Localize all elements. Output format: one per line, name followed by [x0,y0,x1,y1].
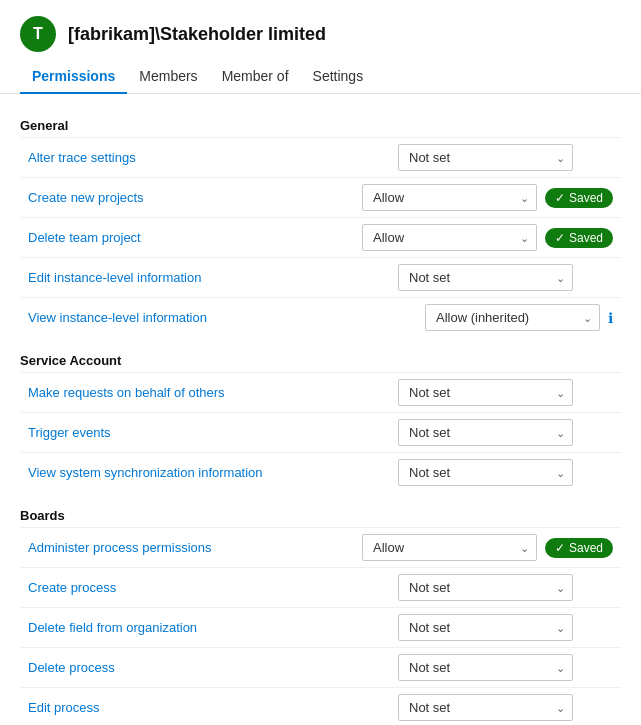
permission-select[interactable]: Not setAllowAllow (inherited)DenyNot all… [398,379,573,406]
permission-select[interactable]: Not setAllowAllow (inherited)DenyNot all… [425,304,600,331]
permission-select[interactable]: Not setAllowAllow (inherited)DenyNot all… [398,694,573,721]
permission-row: Trigger eventsNot setAllowAllow (inherit… [20,412,621,452]
permission-select[interactable]: Not setAllowAllow (inherited)DenyNot all… [362,534,537,561]
saved-badge: ✓Saved [545,228,613,248]
check-icon: ✓ [555,541,565,555]
check-icon: ✓ [555,191,565,205]
permission-label[interactable]: Create new projects [28,190,362,205]
permission-select-wrapper: Not setAllowAllow (inherited)DenyNot all… [425,304,600,331]
info-icon[interactable]: ℹ [608,310,613,326]
permission-select[interactable]: Not setAllowAllow (inherited)DenyNot all… [398,144,573,171]
nav-tabs: PermissionsMembersMember ofSettings [0,60,641,94]
section-title: Service Account [20,345,621,372]
permission-label[interactable]: Make requests on behalf of others [28,385,398,400]
permission-select-wrapper: Not setAllowAllow (inherited)DenyNot all… [362,534,537,561]
permission-label[interactable]: View instance-level information [28,310,425,325]
permission-label[interactable]: Administer process permissions [28,540,362,555]
permission-select-wrapper: Not setAllowAllow (inherited)DenyNot all… [398,379,573,406]
permission-row: Delete processNot setAllowAllow (inherit… [20,647,621,687]
permission-select[interactable]: Not setAllowAllow (inherited)DenyNot all… [398,574,573,601]
saved-badge: ✓Saved [545,188,613,208]
nav-tab-permissions[interactable]: Permissions [20,60,127,94]
permission-select[interactable]: Not setAllowAllow (inherited)DenyNot all… [362,224,537,251]
avatar: T [20,16,56,52]
section-title: General [20,110,621,137]
permission-row: Delete field from organizationNot setAll… [20,607,621,647]
content-area: GeneralAlter trace settingsNot setAllowA… [0,94,641,725]
permission-select-wrapper: Not setAllowAllow (inherited)DenyNot all… [398,654,573,681]
permission-row: View instance-level informationNot setAl… [20,297,621,337]
permission-select-wrapper: Not setAllowAllow (inherited)DenyNot all… [398,419,573,446]
permission-select[interactable]: Not setAllowAllow (inherited)DenyNot all… [398,419,573,446]
permission-select[interactable]: Not setAllowAllow (inherited)DenyNot all… [362,184,537,211]
permission-row: Create new projectsNot setAllowAllow (in… [20,177,621,217]
permission-select-wrapper: Not setAllowAllow (inherited)DenyNot all… [398,264,573,291]
permission-label[interactable]: Delete process [28,660,398,675]
saved-label: Saved [569,231,603,245]
permission-label[interactable]: Delete field from organization [28,620,398,635]
section-title: Boards [20,500,621,527]
permission-label[interactable]: Trigger events [28,425,398,440]
permission-select[interactable]: Not setAllowAllow (inherited)DenyNot all… [398,614,573,641]
permission-select[interactable]: Not setAllowAllow (inherited)DenyNot all… [398,654,573,681]
permission-label[interactable]: Create process [28,580,398,595]
saved-label: Saved [569,541,603,555]
permission-row: Create processNot setAllowAllow (inherit… [20,567,621,607]
permission-row: Make requests on behalf of othersNot set… [20,372,621,412]
nav-tab-member-of[interactable]: Member of [210,60,301,94]
permission-select[interactable]: Not setAllowAllow (inherited)DenyNot all… [398,459,573,486]
permission-label[interactable]: Alter trace settings [28,150,398,165]
saved-badge: ✓Saved [545,538,613,558]
permission-row: Alter trace settingsNot setAllowAllow (i… [20,137,621,177]
page-title: [fabrikam]\Stakeholder limited [68,24,326,45]
permission-row: Administer process permissionsNot setAll… [20,527,621,567]
check-icon: ✓ [555,231,565,245]
section-service-account: Service AccountMake requests on behalf o… [20,345,621,492]
nav-tab-settings[interactable]: Settings [301,60,376,94]
permission-label[interactable]: Edit instance-level information [28,270,398,285]
permission-label[interactable]: Edit process [28,700,398,715]
permission-select-wrapper: Not setAllowAllow (inherited)DenyNot all… [398,459,573,486]
permission-select-wrapper: Not setAllowAllow (inherited)DenyNot all… [398,694,573,721]
permission-row: Edit instance-level informationNot setAl… [20,257,621,297]
section-general: GeneralAlter trace settingsNot setAllowA… [20,110,621,337]
page-header: T [fabrikam]\Stakeholder limited [0,0,641,60]
section-boards: BoardsAdminister process permissionsNot … [20,500,621,725]
permission-row: View system synchronization informationN… [20,452,621,492]
permission-select-wrapper: Not setAllowAllow (inherited)DenyNot all… [362,224,537,251]
permission-select-wrapper: Not setAllowAllow (inherited)DenyNot all… [362,184,537,211]
permission-select-wrapper: Not setAllowAllow (inherited)DenyNot all… [398,144,573,171]
nav-tab-members[interactable]: Members [127,60,209,94]
saved-label: Saved [569,191,603,205]
permission-select-wrapper: Not setAllowAllow (inherited)DenyNot all… [398,614,573,641]
permission-row: Edit processNot setAllowAllow (inherited… [20,687,621,725]
permission-label[interactable]: Delete team project [28,230,362,245]
permission-select[interactable]: Not setAllowAllow (inherited)DenyNot all… [398,264,573,291]
permission-select-wrapper: Not setAllowAllow (inherited)DenyNot all… [398,574,573,601]
permission-row: Delete team projectNot setAllowAllow (in… [20,217,621,257]
permission-label[interactable]: View system synchronization information [28,465,398,480]
